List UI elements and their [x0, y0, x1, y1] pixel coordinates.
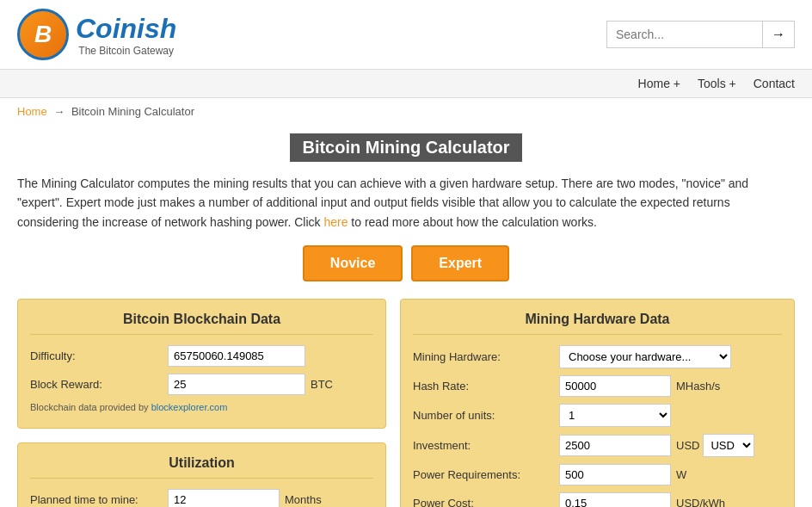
- power-req-input[interactable]: [559, 464, 671, 485]
- hash-rate-row: Hash Rate: MHash/s: [413, 375, 782, 397]
- investment-unit: USD: [676, 439, 699, 452]
- search-input[interactable]: [607, 22, 762, 46]
- power-req-unit: W: [676, 468, 686, 481]
- description-link[interactable]: here: [323, 215, 348, 229]
- investment-row: Investment: USD USD BTC: [413, 434, 782, 457]
- description: The Mining Calculator computes the minin…: [17, 174, 795, 232]
- power-cost-input[interactable]: [559, 492, 671, 507]
- investment-label: Investment:: [413, 439, 559, 452]
- blockchain-note-text: Blockchain data provided by: [30, 402, 151, 412]
- breadcrumb-current: Bitcoin Mining Calculator: [71, 105, 194, 118]
- utilization-panel: Utilization Planned time to mine: Months: [17, 442, 386, 507]
- hardware-panel: Mining Hardware Data Mining Hardware: Ch…: [400, 299, 795, 507]
- blockchain-panel: Bitcoin Blockchain Data Difficulty: Bloc…: [17, 299, 386, 429]
- nav: Home + Tools + Contact: [0, 70, 812, 98]
- power-req-row: Power Requirements: W: [413, 464, 782, 485]
- investment-currency-select[interactable]: USD BTC: [703, 434, 754, 457]
- page-title: Bitcoin Mining Calculator: [290, 133, 521, 162]
- calculator-panels: Bitcoin Blockchain Data Difficulty: Bloc…: [17, 299, 795, 507]
- blockchain-note: Blockchain data provided by blockexplore…: [30, 402, 373, 412]
- power-cost-unit: USD/kWh: [676, 497, 725, 507]
- logo-name: Coinish: [76, 13, 176, 45]
- logo-area: B Coinish The Bitcoin Gateway: [17, 9, 176, 60]
- planned-time-row: Planned time to mine: Months: [30, 489, 373, 507]
- breadcrumb-home[interactable]: Home: [17, 105, 47, 118]
- hash-rate-unit: MHash/s: [676, 380, 720, 393]
- block-reward-label: Block Reward:: [30, 378, 168, 391]
- power-req-label: Power Requirements:: [413, 468, 559, 481]
- utilization-panel-title: Utilization: [30, 455, 373, 479]
- header: B Coinish The Bitcoin Gateway →: [0, 0, 812, 70]
- blockchain-panel-title: Bitcoin Blockchain Data: [30, 312, 373, 335]
- hash-rate-input[interactable]: [559, 375, 671, 397]
- search-button[interactable]: →: [762, 22, 794, 47]
- main-content: Bitcoin Mining Calculator The Mining Cal…: [0, 125, 812, 507]
- difficulty-row: Difficulty:: [30, 345, 373, 367]
- hardware-panel-title: Mining Hardware Data: [413, 312, 782, 335]
- difficulty-input[interactable]: [168, 345, 305, 367]
- planned-time-input[interactable]: [168, 489, 280, 507]
- planned-time-unit: Months: [285, 493, 322, 506]
- breadcrumb-separator: →: [53, 105, 65, 118]
- search-area: →: [606, 21, 795, 48]
- logo-tagline: The Bitcoin Gateway: [76, 45, 176, 57]
- novice-button[interactable]: Novice: [303, 245, 403, 281]
- block-reward-row: Block Reward: BTC: [30, 374, 373, 395]
- nav-contact[interactable]: Contact: [754, 77, 795, 90]
- left-panels: Bitcoin Blockchain Data Difficulty: Bloc…: [17, 299, 386, 507]
- mode-buttons: Novice Expert: [17, 245, 795, 281]
- nav-home[interactable]: Home +: [638, 77, 680, 90]
- block-reward-unit: BTC: [311, 378, 333, 391]
- blockexplorer-link[interactable]: blockexplorer.com: [151, 402, 228, 412]
- difficulty-label: Difficulty:: [30, 349, 168, 362]
- logo-text: Coinish The Bitcoin Gateway: [76, 13, 176, 57]
- logo-letter: B: [34, 21, 52, 48]
- mining-hardware-label: Mining Hardware:: [413, 350, 559, 363]
- description-text-2: to read more about how the calculation w…: [348, 215, 597, 229]
- block-reward-input[interactable]: [168, 374, 305, 395]
- breadcrumb: Home → Bitcoin Mining Calculator: [0, 98, 812, 125]
- power-cost-row: Power Cost: USD/kWh: [413, 492, 782, 507]
- nav-tools[interactable]: Tools +: [698, 77, 736, 90]
- power-cost-label: Power Cost:: [413, 497, 559, 507]
- mining-hardware-select[interactable]: Choose your hardware... Custom: [559, 345, 731, 368]
- num-units-label: Number of units:: [413, 409, 559, 422]
- logo-icon: B: [17, 9, 69, 60]
- num-units-select[interactable]: 1 2 3: [559, 404, 671, 427]
- expert-button[interactable]: Expert: [411, 245, 509, 281]
- num-units-row: Number of units: 1 2 3: [413, 404, 782, 427]
- hash-rate-label: Hash Rate:: [413, 380, 559, 393]
- investment-input[interactable]: [559, 435, 671, 456]
- page-title-area: Bitcoin Mining Calculator: [17, 133, 795, 162]
- planned-time-label: Planned time to mine:: [30, 493, 168, 506]
- mining-hardware-row: Mining Hardware: Choose your hardware...…: [413, 345, 782, 368]
